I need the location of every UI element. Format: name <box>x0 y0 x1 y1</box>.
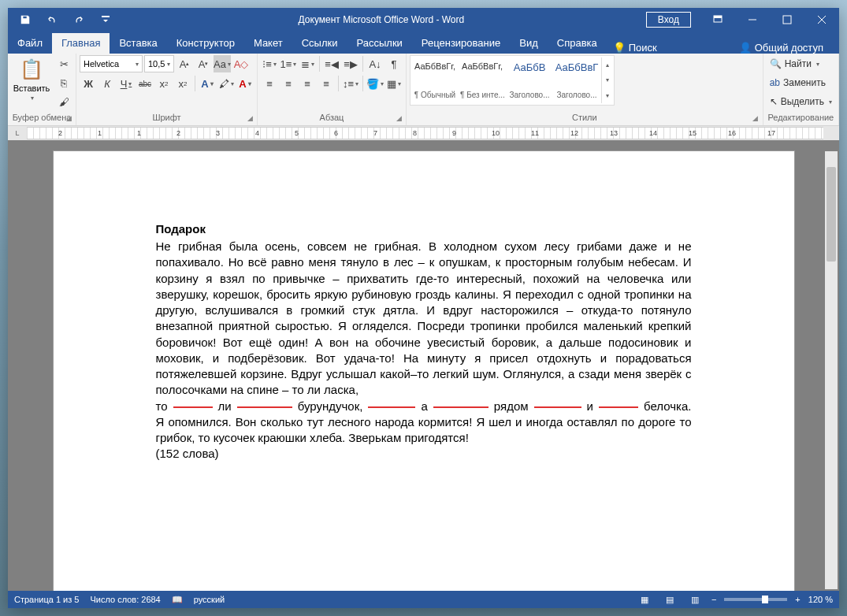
grow-font-icon[interactable]: A▴ <box>176 55 193 72</box>
document-area[interactable]: Подарок Не грибная была осень, совсем не… <box>8 140 839 591</box>
print-layout-icon[interactable]: ▤ <box>661 592 678 607</box>
replace-button[interactable]: abЗаменить <box>767 74 835 91</box>
clear-format-icon[interactable]: A◇ <box>232 55 250 72</box>
style-no-spacing[interactable]: АаБбВвГг,¶ Без инте... <box>459 58 505 103</box>
signin-button[interactable]: Вход <box>646 12 691 28</box>
shrink-font-icon[interactable]: A▾ <box>195 55 212 72</box>
line-spacing-icon[interactable]: ↕≡▾ <box>342 75 359 92</box>
tab-file[interactable]: Файл <box>8 33 52 54</box>
svg-rect-0 <box>714 16 722 22</box>
horizontal-ruler[interactable]: 3211234567891011121314151617 <box>27 127 823 139</box>
web-layout-icon[interactable]: ▥ <box>686 592 704 607</box>
share-button[interactable]: 👤 Общий доступ <box>733 42 830 54</box>
dec-indent-icon[interactable]: ≡◀ <box>323 55 340 72</box>
zoom-out-icon[interactable]: − <box>711 595 716 604</box>
inc-indent-icon[interactable]: ≡▶ <box>342 55 359 72</box>
scrollbar-thumb[interactable] <box>827 167 836 262</box>
borders-icon[interactable]: ▦▾ <box>385 75 403 92</box>
tab-help[interactable]: Справка <box>548 33 607 54</box>
undo-icon[interactable] <box>41 9 63 31</box>
text-effects-icon[interactable]: A▾ <box>199 75 216 92</box>
tab-selector[interactable]: L <box>8 129 27 137</box>
find-button[interactable]: 🔍Найти▾ <box>767 55 835 72</box>
styles-launcher-icon[interactable]: ◢ <box>750 113 761 124</box>
svg-line-4 <box>818 16 826 24</box>
doc-title: Подарок <box>156 222 692 236</box>
search-icon: 🔍 <box>770 58 782 69</box>
strike-button[interactable]: abc <box>136 75 154 92</box>
justify-icon[interactable]: ≡ <box>318 75 335 92</box>
group-editing: 🔍Найти▾ abЗаменить ↖Выделить▾ Редактиров… <box>763 54 839 125</box>
numbering-icon[interactable]: 1≡▾ <box>280 55 297 72</box>
qat-customize-icon[interactable] <box>95 9 117 31</box>
minimize-icon[interactable] <box>735 8 770 32</box>
tab-mailings[interactable]: Рассылки <box>347 33 411 54</box>
styles-more-icon[interactable]: ▴▾▾ <box>601 58 612 103</box>
format-painter-icon[interactable]: 🖌 <box>55 93 72 110</box>
font-color-icon[interactable]: A▾ <box>236 75 254 92</box>
show-marks-icon[interactable]: ¶ <box>385 55 403 72</box>
ruler-area: L 3211234567891011121314151617 <box>8 126 839 140</box>
align-center-icon[interactable]: ≡ <box>280 75 297 92</box>
redo-icon[interactable] <box>68 9 90 31</box>
ribbon: 📋 Вставить ▾ ✂ ⎘ 🖌 Буфер обмена ◢ Helvet… <box>8 54 839 126</box>
select-button[interactable]: ↖Выделить▾ <box>767 93 835 110</box>
paste-button[interactable]: 📋 Вставить ▾ <box>11 55 52 103</box>
status-words[interactable]: Число слов: 2684 <box>90 595 160 604</box>
copy-icon[interactable]: ⎘ <box>55 74 72 91</box>
lightbulb-icon: 💡 <box>613 42 626 54</box>
shading-icon[interactable]: 🪣▾ <box>366 75 384 92</box>
font-launcher-icon[interactable]: ◢ <box>244 113 255 124</box>
titlebar: Документ Microsoft Office Word - Word Вх… <box>8 8 839 32</box>
align-right-icon[interactable]: ≡ <box>299 75 316 92</box>
highlight-icon[interactable]: 🖍▾ <box>217 75 235 92</box>
sort-icon[interactable]: A↓ <box>366 55 384 72</box>
zoom-level[interactable]: 120 % <box>808 595 833 604</box>
read-mode-icon[interactable]: ▦ <box>636 592 653 607</box>
close-icon[interactable] <box>804 8 839 32</box>
ribbon-display-icon[interactable] <box>700 8 735 32</box>
tab-insert[interactable]: Вставка <box>110 33 166 54</box>
svg-rect-3 <box>783 16 791 24</box>
svg-line-5 <box>818 16 826 24</box>
bullets-icon[interactable]: ⁝≡▾ <box>261 55 278 72</box>
style-heading1[interactable]: АаБбВЗаголово... <box>507 58 552 103</box>
underline-button[interactable]: Ч▾ <box>117 75 135 92</box>
vertical-scrollbar[interactable] <box>825 151 838 589</box>
font-size-combo[interactable]: 10,5▾ <box>144 55 174 72</box>
multilevel-icon[interactable]: ≣▾ <box>299 55 316 72</box>
zoom-in-icon[interactable]: + <box>795 595 800 604</box>
tab-home[interactable]: Главная <box>52 33 110 54</box>
replace-icon: ab <box>770 77 780 88</box>
tab-layout[interactable]: Макет <box>244 33 292 54</box>
page[interactable]: Подарок Не грибная была осень, совсем не… <box>54 151 794 591</box>
doc-body: Не грибная была осень, совсем не грибная… <box>156 239 692 462</box>
clipboard-icon: 📋 <box>19 57 44 82</box>
tab-review[interactable]: Рецензирование <box>412 33 510 54</box>
cut-icon[interactable]: ✂ <box>55 55 72 72</box>
tab-design[interactable]: Конструктор <box>167 33 244 54</box>
subscript-icon[interactable]: x2 <box>155 75 173 92</box>
align-left-icon[interactable]: ≡ <box>261 75 278 92</box>
save-icon[interactable] <box>14 9 36 31</box>
italic-button[interactable]: К <box>98 75 116 92</box>
status-page[interactable]: Страница 1 из 5 <box>14 595 79 604</box>
clipboard-launcher-icon[interactable]: ◢ <box>63 113 74 124</box>
tab-references[interactable]: Ссылки <box>292 33 347 54</box>
maximize-icon[interactable] <box>770 8 804 32</box>
proofing-icon[interactable]: 📖 <box>172 595 183 605</box>
change-case-icon[interactable]: Aa▾ <box>214 55 231 72</box>
font-name-combo[interactable]: Helvetica▾ <box>80 55 143 72</box>
quick-access-toolbar <box>8 9 117 31</box>
style-heading2[interactable]: АаБбВвГЗаголово... <box>554 58 600 103</box>
zoom-slider[interactable] <box>724 598 787 601</box>
bold-button[interactable]: Ж <box>80 75 97 92</box>
tab-view[interactable]: Вид <box>510 33 548 54</box>
status-language[interactable]: русский <box>194 595 225 604</box>
style-normal[interactable]: АаБбВвГг,¶ Обычный <box>412 58 458 103</box>
group-paragraph: ⁝≡▾ 1≡▾ ≣▾ ≡◀ ≡▶ A↓ ¶ ≡ ≡ ≡ ≡ <box>258 54 407 125</box>
group-clipboard: 📋 Вставить ▾ ✂ ⎘ 🖌 Буфер обмена ◢ <box>8 54 76 125</box>
tell-me-search[interactable]: 💡 Поиск <box>607 42 663 54</box>
paragraph-launcher-icon[interactable]: ◢ <box>393 113 404 124</box>
superscript-icon[interactable]: x2 <box>174 75 191 92</box>
